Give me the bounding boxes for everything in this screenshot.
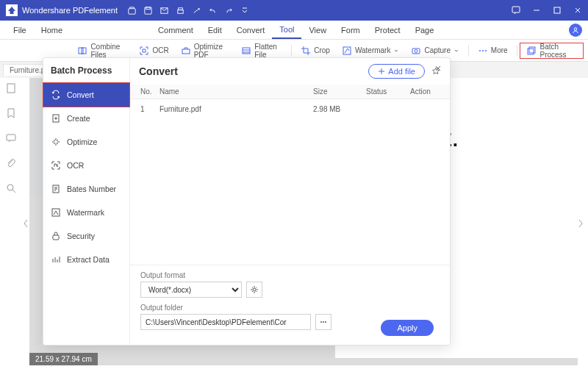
extract-icon [51, 254, 61, 265]
browse-folder-button[interactable] [315, 314, 331, 330]
svg-rect-21 [7, 84, 15, 93]
flatten-icon [241, 46, 251, 56]
batch-sidebar-bates[interactable]: Bates Number [43, 177, 129, 201]
ribbon-more[interactable]: More [472, 43, 514, 59]
svg-rect-27 [53, 235, 59, 240]
window-maximize[interactable] [547, 0, 567, 21]
batch-sidebar-extract[interactable]: Extract Data [43, 248, 129, 271]
qa-open-icon[interactable] [123, 0, 140, 21]
menu-home[interactable]: Home [34, 21, 70, 39]
apply-button[interactable]: Apply [381, 320, 434, 336]
watermark-icon [342, 46, 352, 56]
user-avatar[interactable] [569, 24, 582, 37]
capture-icon [411, 46, 421, 56]
ribbon-crop[interactable]: Crop [295, 43, 336, 59]
menu-convert[interactable]: Convert [229, 21, 273, 39]
svg-rect-19 [528, 49, 534, 54]
svg-rect-7 [554, 7, 560, 13]
menu-form[interactable]: Form [334, 21, 368, 39]
svg-point-15 [415, 49, 417, 52]
svg-rect-6 [512, 7, 520, 12]
app-logo-icon [6, 4, 18, 16]
svg-rect-13 [343, 47, 351, 54]
batch-process-dialog: Batch Process Convert Create Optimize OC… [43, 57, 451, 346]
output-format-settings[interactable] [246, 282, 262, 298]
crop-icon [301, 46, 311, 56]
svg-rect-10 [82, 48, 86, 54]
output-format-select[interactable]: Word(*.docx) [140, 282, 242, 298]
ribbon-ocr[interactable]: OCR [133, 43, 174, 59]
output-folder-input[interactable] [140, 314, 311, 330]
batch-sidebar-create[interactable]: Create [43, 107, 129, 130]
svg-rect-22 [7, 135, 15, 140]
qa-share-icon[interactable] [188, 0, 204, 21]
titlebar: Wondershare PDFelement [0, 0, 588, 21]
bookmark-icon[interactable] [5, 107, 17, 119]
menu-view[interactable]: View [301, 21, 334, 39]
side-toolbar [0, 78, 22, 372]
app-title: Wondershare PDFelement [22, 6, 118, 15]
create-icon [51, 113, 61, 124]
svg-point-31 [325, 321, 326, 323]
annotation-icon[interactable] [5, 132, 17, 144]
optimize-icon [181, 46, 191, 56]
batch-main-panel: Convert Add file No. Name Size Status Ac… [130, 58, 450, 345]
qa-save-icon[interactable] [140, 0, 156, 21]
batch-dialog-title: Batch Process [43, 61, 129, 83]
qa-dropdown-icon[interactable] [237, 0, 253, 21]
batch-sidebar-optimize[interactable]: Optimize [43, 130, 129, 154]
svg-rect-0 [128, 8, 135, 13]
svg-point-30 [323, 321, 324, 323]
page-dimensions-badge: 21.59 x 27.94 cm [29, 353, 98, 365]
menu-comment[interactable]: Comment [151, 21, 201, 39]
svg-point-17 [482, 50, 484, 51]
attachment-icon[interactable] [5, 157, 17, 169]
ribbon-batch-process[interactable]: Batch Process [520, 43, 584, 59]
ribbon-optimize[interactable]: Optimize PDF [175, 43, 236, 59]
qa-print-icon[interactable] [172, 0, 188, 21]
output-folder-label: Output folder [140, 304, 440, 312]
menu-file[interactable]: File [6, 21, 34, 39]
svg-rect-9 [79, 48, 83, 54]
optimize-sm-icon [51, 137, 61, 147]
bates-icon [51, 184, 61, 194]
batch-sidebar: Batch Process Convert Create Optimize OC… [43, 58, 130, 345]
window-minimize[interactable] [526, 0, 547, 21]
qa-undo-icon[interactable] [204, 0, 220, 21]
svg-rect-12 [243, 48, 250, 54]
menu-page[interactable]: Page [408, 21, 442, 39]
menu-edit[interactable]: Edit [201, 21, 229, 39]
qa-redo-icon[interactable] [220, 0, 237, 21]
combine-icon [77, 46, 87, 56]
menu-tool[interactable]: Tool [272, 21, 301, 39]
svg-rect-20 [529, 47, 535, 53]
ribbon-watermark[interactable]: Watermark [336, 43, 406, 59]
feedback-icon[interactable] [506, 0, 526, 21]
svg-rect-5 [178, 7, 182, 10]
batch-sidebar-convert[interactable]: Convert [43, 83, 129, 107]
ribbon-capture[interactable]: Capture [405, 43, 465, 59]
menubar: File Home Comment Edit Convert Tool View… [0, 21, 588, 40]
svg-rect-2 [146, 7, 150, 9]
thumbnail-icon[interactable] [5, 82, 17, 94]
more-icon [478, 46, 488, 56]
batch-sidebar-ocr[interactable]: OCR [43, 154, 129, 177]
menu-protect[interactable]: Protect [368, 21, 408, 39]
search-icon[interactable] [5, 182, 17, 194]
svg-point-29 [320, 321, 322, 323]
qa-mail-icon[interactable] [156, 0, 172, 21]
window-close[interactable] [567, 0, 588, 21]
ribbon-flatten[interactable]: Flatten File [235, 43, 288, 59]
add-file-button[interactable]: Add file [368, 64, 425, 79]
svg-point-23 [7, 185, 13, 190]
watermark-sm-icon [51, 207, 61, 218]
batch-sidebar-watermark[interactable]: Watermark [43, 201, 129, 224]
batch-sidebar-security[interactable]: Security [43, 224, 129, 248]
svg-point-8 [574, 27, 577, 30]
file-table-row[interactable]: 1 Furniture.pdf 2.98 MB [130, 99, 450, 119]
batch-icon [526, 46, 537, 56]
lock-icon [51, 231, 61, 241]
convert-icon [51, 90, 61, 100]
close-button[interactable] [432, 62, 444, 74]
ribbon-combine-files[interactable]: Combine Files [71, 43, 133, 59]
